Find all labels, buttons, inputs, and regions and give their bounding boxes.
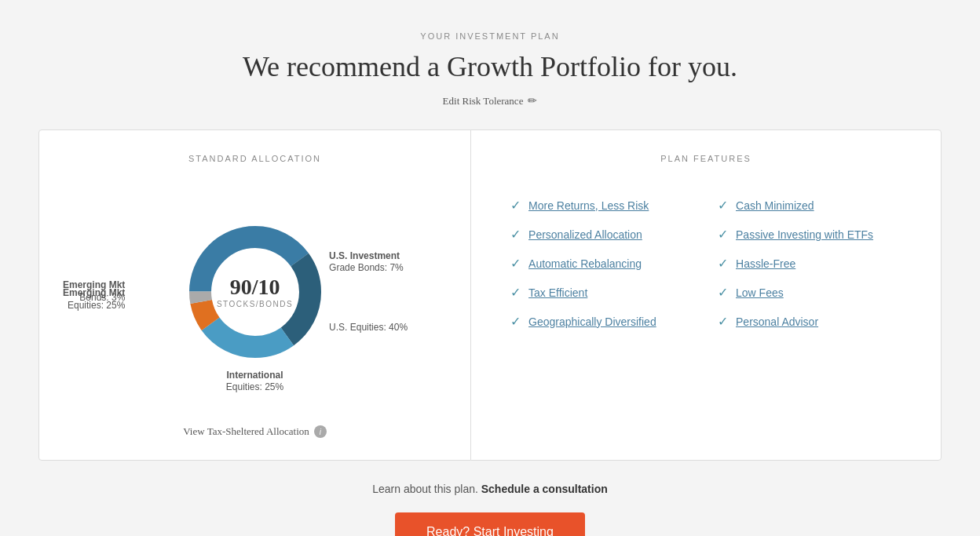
features-panel-title: PLAN FEATURES bbox=[495, 154, 917, 163]
check-icon-8: ✓ bbox=[718, 256, 728, 271]
feature-text-3[interactable]: Automatic Rebalancing bbox=[528, 257, 642, 270]
donut-ratio: 90/10 bbox=[217, 275, 293, 300]
donut-center: 90/10 STOCKS/BONDS bbox=[217, 275, 293, 308]
info-icon: i bbox=[314, 425, 327, 438]
feature-item-7: ✓ Passive Investing with ETFs bbox=[718, 227, 901, 242]
check-icon-1: ✓ bbox=[510, 198, 521, 213]
check-icon-10: ✓ bbox=[718, 314, 728, 329]
page-wrapper: YOUR INVESTMENT PLAN We recommend a Grow… bbox=[0, 0, 980, 536]
feature-text-2[interactable]: Personalized Allocation bbox=[528, 228, 642, 241]
label-us-equities: U.S. Equities: 40% bbox=[329, 322, 447, 334]
donut-sublabel: STOCKS/BONDS bbox=[217, 300, 293, 308]
feature-item-9: ✓ Low Fees bbox=[718, 285, 901, 300]
label-emkt-equities: Emerging MktEquities: 25% bbox=[63, 287, 125, 312]
check-icon-5: ✓ bbox=[510, 314, 521, 329]
feature-text-8[interactable]: Hassle-Free bbox=[736, 257, 795, 270]
view-tax-label: View Tax-Sheltered Allocation bbox=[183, 425, 309, 438]
check-icon-6: ✓ bbox=[718, 198, 728, 213]
chart-area: Emerging MktBonds: 3% Emerging MktEquiti… bbox=[63, 182, 447, 402]
feature-item-1: ✓ More Returns, Less Risk bbox=[510, 198, 694, 213]
feature-item-6: ✓ Cash Minimized bbox=[718, 198, 901, 213]
feature-text-1[interactable]: More Returns, Less Risk bbox=[528, 199, 649, 212]
view-tax-link[interactable]: View Tax-Sheltered Allocation i bbox=[63, 425, 447, 438]
learn-text: Learn about this plan. Schedule a consul… bbox=[333, 483, 647, 495]
feature-item-10: ✓ Personal Advisor bbox=[718, 314, 901, 329]
check-icon-9: ✓ bbox=[718, 285, 728, 300]
donut-chart: 90/10 STOCKS/BONDS bbox=[177, 213, 334, 370]
check-icon-2: ✓ bbox=[510, 227, 521, 242]
feature-text-7[interactable]: Passive Investing with ETFs bbox=[736, 228, 873, 241]
allocation-panel: STANDARD ALLOCATION Emerging MktBonds: 3… bbox=[38, 129, 471, 461]
footer-section: Learn about this plan. Schedule a consul… bbox=[333, 483, 647, 536]
pencil-icon: ✏ bbox=[528, 94, 537, 108]
feature-text-6[interactable]: Cash Minimized bbox=[736, 199, 814, 212]
features-panel: PLAN FEATURES ✓ More Returns, Less Risk … bbox=[470, 129, 942, 461]
panels-row: STANDARD ALLOCATION Emerging MktBonds: 3… bbox=[38, 129, 942, 461]
feature-item-4: ✓ Tax Efficient bbox=[510, 285, 694, 300]
feature-text-9[interactable]: Low Fees bbox=[736, 286, 784, 299]
edit-risk-label: Edit Risk Tolerance bbox=[443, 95, 524, 108]
feature-text-5[interactable]: Geographically Diversified bbox=[528, 315, 656, 328]
allocation-panel-title: STANDARD ALLOCATION bbox=[63, 154, 447, 163]
feature-item-2: ✓ Personalized Allocation bbox=[510, 227, 694, 242]
features-grid: ✓ More Returns, Less Risk ✓ Cash Minimiz… bbox=[495, 182, 917, 345]
edit-risk-link[interactable]: Edit Risk Tolerance ✏ bbox=[443, 94, 538, 108]
check-icon-4: ✓ bbox=[510, 285, 521, 300]
feature-item-8: ✓ Hassle-Free bbox=[718, 256, 901, 271]
check-icon-3: ✓ bbox=[510, 256, 521, 271]
check-icon-7: ✓ bbox=[718, 227, 728, 242]
feature-text-10[interactable]: Personal Advisor bbox=[736, 315, 818, 328]
label-intl-equities: InternationalEquities: 25% bbox=[226, 370, 283, 394]
feature-item-5: ✓ Geographically Diversified bbox=[510, 314, 694, 329]
feature-item-3: ✓ Automatic Rebalancing bbox=[510, 256, 694, 271]
label-us-inv-bonds: U.S. InvestmentGrade Bonds: 7% bbox=[329, 250, 447, 275]
main-title: We recommend a Growth Portfolio for you. bbox=[243, 50, 737, 83]
schedule-link[interactable]: Schedule a consultation bbox=[481, 483, 608, 495]
section-label: YOUR INVESTMENT PLAN bbox=[420, 31, 559, 41]
start-investing-button[interactable]: Ready? Start Investing bbox=[395, 512, 585, 536]
feature-text-4[interactable]: Tax Efficient bbox=[528, 286, 587, 299]
